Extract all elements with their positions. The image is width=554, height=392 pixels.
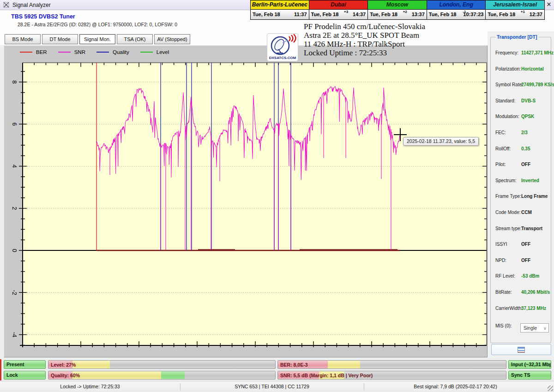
bar-label: Level: 27% <box>51 361 76 369</box>
transponder-field-row: BitRate:40,206 Mbit/s <box>491 290 552 296</box>
field-label: CarrierWidth: <box>495 306 523 311</box>
app-icon <box>3 2 9 8</box>
statusbar-section-3: Best signal: 7,9 dB (2025-02-17 20:42) <box>364 384 547 389</box>
legend-item-level: Level <box>140 49 169 55</box>
field-value: 11427,371 MHz <box>521 50 554 55</box>
mis-select[interactable]: Single∨ <box>520 323 549 333</box>
mode-button-bar: BS ModeDT ModeSignal Mon.TSA (OK)AV (Sto… <box>5 34 190 44</box>
clock-city-label: Dubai <box>309 0 368 10</box>
world-clocks: Berlin-Paris-LučenecTue, Feb 1811:37Duba… <box>250 0 545 20</box>
legend-label: Level <box>157 49 169 55</box>
level-color-swatch <box>140 52 153 53</box>
transponder-field-row: Standard:DVB-S <box>491 98 552 105</box>
stream-list-icon <box>518 347 525 353</box>
svg-text:-2: -2 <box>11 290 18 296</box>
field-value: 2/3 <box>521 130 528 135</box>
svg-text:8: 8 <box>11 80 18 83</box>
caption-line-4: Locked Uptime : 72:25:33 <box>304 48 425 57</box>
tuner-title: TBS 5925 DVBS2 Tuner <box>11 13 75 20</box>
quality-color-swatch <box>96 52 109 53</box>
status-indicators: PresentLevel: 27%BER: 8,0E-3Input (~32,3… <box>0 357 554 381</box>
tuner-subtitle: 28.2E - Astra 2E/2F/2G (ID: 0282) @ LOF1… <box>18 22 177 27</box>
legend-item-snr: SNR <box>58 49 85 55</box>
caption-overlay: PF Prodelin 450 cm/Lučenec-SlovakiaAstra… <box>304 22 425 57</box>
chart-tooltip: 2025-02-18 11.37.23, value: 5,5 <box>403 137 479 146</box>
field-value: 37,123 MHz <box>521 306 546 311</box>
clock-time: Tue, Feb 18+213:37 <box>368 10 427 19</box>
legend-label: BER <box>36 49 47 55</box>
clock-hours: 10:37:23 <box>463 12 483 17</box>
field-label: Stream type: <box>495 226 522 231</box>
field-value: CCM <box>521 210 532 215</box>
svg-text:4: 4 <box>11 165 18 168</box>
field-value: Long Frame <box>521 194 548 199</box>
clock-5: Jerusalem-IsraelTue, Feb 18+112:37 <box>486 0 545 20</box>
mode-button-tsa-ok[interactable]: TSA (OK) <box>117 34 153 44</box>
signal-chart-panel: 86420-2-4 BERSNRQualityLevel 2025-02-18 … <box>4 45 488 357</box>
clock-3: MoscowTue, Feb 18+213:37 <box>368 0 427 20</box>
statusbar-separator <box>364 383 364 391</box>
statusbar-section-2: SYNC 653 | TEI 44308 | CC 11729 <box>180 384 364 389</box>
logo-text: DXSATCS.COM <box>267 56 298 60</box>
transponder-field-row: Pilot:OFF <box>491 162 552 168</box>
mode-button-av-stopped[interactable]: AV (Stopped) <box>154 34 190 44</box>
bar-segment-yellow <box>328 361 360 368</box>
field-label: Pilot: <box>495 162 506 167</box>
clock-hours: 12:37 <box>530 12 542 17</box>
badge-lock: Lock <box>4 371 46 380</box>
transponder-field-row: CarrierWidth:37,123 MHz <box>491 306 552 312</box>
ber-color-swatch <box>20 52 32 53</box>
svg-text:6: 6 <box>11 122 18 125</box>
clock-city-label: Jerusalem-Israel <box>486 0 544 10</box>
transponder-field-row: FEC:2/3 <box>491 130 552 137</box>
statusbar-section-1: Locked -> Uptime: 72:25:33 <box>0 384 180 389</box>
badge-right: Input (~32,31 Mbps) <box>508 360 551 369</box>
caption-line-3: 11 426 MHz-H : TRP/TalkSport <box>304 40 425 48</box>
transponder-field-row: Modulation:QPSK <box>491 114 552 120</box>
signal-analyzer-window: Signal Analyzer ✕ TBS 5925 DVBS2 Tuner 2… <box>0 0 554 392</box>
mode-button-dt-mode[interactable]: DT Mode <box>42 34 78 44</box>
mode-button-bs-mode[interactable]: BS Mode <box>5 34 41 44</box>
field-value: Horizontal <box>521 66 544 71</box>
mode-button-signal-mon[interactable]: Signal Mon. <box>79 34 115 44</box>
field-label: Modulation: <box>495 114 519 119</box>
transponder-field-row: Stream type:Transport <box>491 226 552 232</box>
background-window-sliver <box>0 359 1 380</box>
clock-city-label: Berlin-Paris-Lučenec <box>251 0 309 10</box>
clock-date: Tue, Feb 18 <box>429 12 457 17</box>
field-label: RollOff: <box>495 146 511 151</box>
clock-date: Tue, Feb 18 <box>311 12 339 17</box>
svg-text:-4: -4 <box>11 332 18 338</box>
progress-bar-level: Level: 27% <box>48 360 276 369</box>
transponder-field-row: Frequency:11427,371 MHz <box>491 50 552 57</box>
clock-date: Tue, Feb 18 <box>488 12 515 17</box>
clock-utc-offset: +3 <box>344 10 348 14</box>
field-value: QPSK <box>521 114 534 119</box>
field-label: Polarization: <box>495 66 521 71</box>
mis-label: MIS (0): <box>495 323 512 328</box>
badge-present: Present <box>4 360 46 369</box>
clock-2: DubaiTue, Feb 18+314:37 <box>309 0 368 20</box>
field-value: DVB-S <box>521 98 536 103</box>
close-icon[interactable]: ✕ <box>545 0 553 9</box>
panel-action-button[interactable] <box>491 344 551 355</box>
transponder-field-row: Polarization:Horizontal <box>491 66 552 73</box>
chart-legend: BERSNRQualityLevel <box>20 49 169 55</box>
field-value: 40,206 Mbit/s <box>521 290 550 295</box>
clock-hours: 13:37 <box>412 12 425 17</box>
field-value: Inverted <box>521 178 539 183</box>
clock-date: Tue, Feb 18 <box>253 12 280 17</box>
clock-utc-offset: +2 <box>403 10 407 14</box>
field-value: OFF <box>521 242 530 247</box>
field-label: Frequency: <box>495 50 518 55</box>
field-value: OFF <box>521 162 530 167</box>
transponder-panel: Transponder [DT] Frequency:11427,371 MHz… <box>488 31 554 358</box>
status-bar: Locked -> Uptime: 72:25:33SYNC 653 | TEI… <box>0 381 554 392</box>
statusbar-separator <box>180 383 181 391</box>
caption-line-1: PF Prodelin 450 cm/Lučenec-Slovakia <box>304 22 425 31</box>
signal-monitor-plot[interactable]: 86420-2-4 <box>4 46 488 358</box>
bar-label: SNR: 5,5 dB (Margin: 1,1 dB | Very Poor) <box>280 371 373 380</box>
field-label: Code Mode: <box>495 210 520 215</box>
field-label: BitRate: <box>495 290 512 295</box>
resize-grip[interactable] <box>548 386 553 391</box>
